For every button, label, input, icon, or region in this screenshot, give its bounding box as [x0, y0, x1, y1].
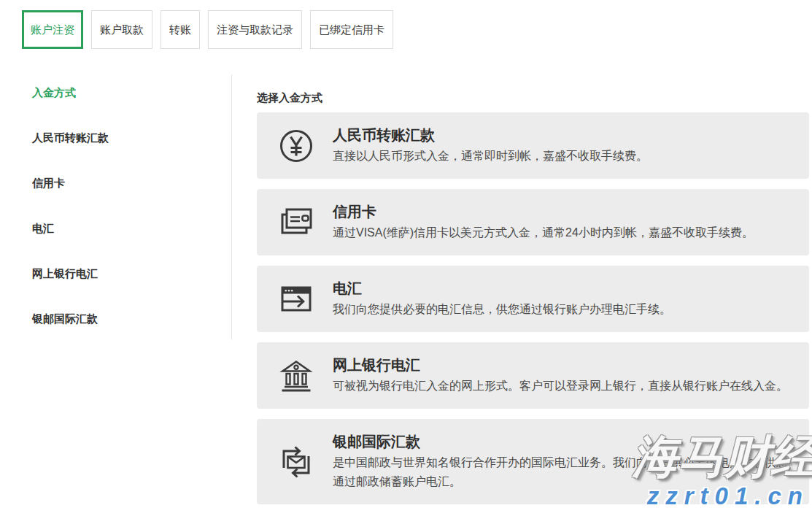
method-card-credit-card[interactable]: 信用卡 通过VISA(维萨)信用卡以美元方式入金，通常24小时内到帐，嘉盛不收取…: [257, 189, 809, 255]
sidebar-item-rmb-transfer[interactable]: 人民币转账汇款: [22, 115, 226, 161]
method-description: 我们向您提供必要的电汇信息，供您通过银行账户办理电汇手续。: [333, 300, 794, 319]
tab-linked-credit-cards[interactable]: 已绑定信用卡: [310, 10, 393, 49]
wire-transfer-icon: [277, 280, 315, 318]
top-tab-bar: 账户注资 账户取款 转账 注资与取款记录 已绑定信用卡: [22, 10, 393, 49]
sidebar-item-credit-card[interactable]: 信用卡: [22, 161, 226, 206]
method-description: 可被视为银行电汇入金的网上形式。客户可以登录网上银行，直接从银行账户在线入金。: [333, 377, 794, 396]
method-description: 通过VISA(维萨)信用卡以美元方式入金，通常24小时内到帐，嘉盛不收取手续费。: [333, 223, 794, 242]
tab-account-deposit[interactable]: 账户注资: [22, 10, 83, 49]
method-card-text: 电汇 我们向您提供必要的电汇信息，供您通过银行账户办理电汇手续。: [333, 279, 794, 319]
method-card-text: 银邮国际汇款 是中国邮政与世界知名银行合作开办的国际电汇业务。我们向您提供必要的…: [333, 432, 794, 491]
method-card-wire-transfer[interactable]: 电汇 我们向您提供必要的电汇信息，供您通过银行账户办理电汇手续。: [257, 266, 809, 332]
method-card-postal-remittance[interactable]: 银邮国际汇款 是中国邮政与世界知名银行合作开办的国际电汇业务。我们向您提供必要的…: [257, 419, 809, 504]
method-title: 银邮国际汇款: [333, 432, 794, 451]
online-bank-icon: [277, 357, 315, 395]
method-card-text: 信用卡 通过VISA(维萨)信用卡以美元方式入金，通常24小时内到帐，嘉盛不收取…: [333, 202, 794, 242]
tab-account-withdraw[interactable]: 账户取款: [91, 10, 152, 49]
page-title: 选择入金方式: [257, 88, 809, 108]
method-card-rmb-transfer[interactable]: 人民币转账汇款 直接以人民币形式入金，通常即时到帐，嘉盛不收取手续费。: [257, 112, 809, 179]
sidebar-item-deposit-methods[interactable]: 入金方式: [22, 70, 226, 115]
method-card-text: 网上银行电汇 可被视为银行电汇入金的网上形式。客户可以登录网上银行，直接从银行账…: [333, 355, 794, 396]
method-description: 是中国邮政与世界知名银行合作开办的国际电汇业务。我们向您提供必要的电汇信息供您通…: [333, 453, 794, 491]
tab-transfer[interactable]: 转账: [161, 10, 200, 49]
sidebar-divider: [231, 74, 232, 339]
sidebar-item-wire-transfer[interactable]: 电汇: [22, 206, 226, 251]
method-card-online-bank-wire[interactable]: 网上银行电汇 可被视为银行电汇入金的网上形式。客户可以登录网上银行，直接从银行账…: [257, 342, 809, 409]
yuan-circle-icon: [277, 127, 315, 165]
method-title: 人民币转账汇款: [333, 126, 794, 145]
method-title: 网上银行电汇: [333, 355, 794, 374]
tab-deposit-withdraw-history[interactable]: 注资与取款记录: [208, 10, 302, 49]
sidebar-item-online-bank-wire[interactable]: 网上银行电汇: [22, 251, 226, 296]
credit-card-icon: [277, 204, 315, 242]
method-title: 信用卡: [333, 202, 794, 221]
main-content: 选择入金方式 人民币转账汇款 直接以人民币形式入金，通常即时到帐，嘉盛不收取手续…: [257, 88, 809, 515]
method-title: 电汇: [333, 279, 794, 298]
postal-mail-icon: [277, 443, 315, 481]
sidebar: 入金方式 人民币转账汇款 信用卡 电汇 网上银行电汇 银邮国际汇款: [22, 70, 226, 342]
method-card-text: 人民币转账汇款 直接以人民币形式入金，通常即时到帐，嘉盛不收取手续费。: [333, 126, 794, 166]
method-description: 直接以人民币形式入金，通常即时到帐，嘉盛不收取手续费。: [333, 147, 794, 166]
sidebar-item-postal-remittance[interactable]: 银邮国际汇款: [22, 296, 226, 342]
